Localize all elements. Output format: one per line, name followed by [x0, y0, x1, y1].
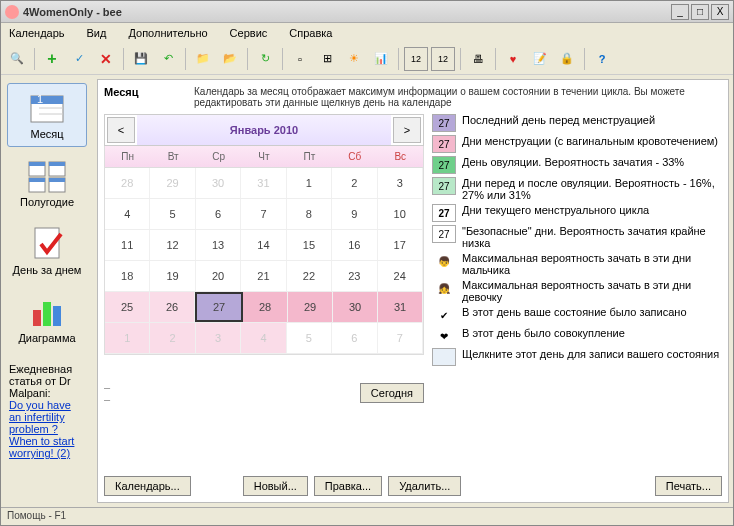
toolbar: 🔍 + ✓ ✕ 💾 ↶ 📁 📂 ↻ ▫ ⊞ ☀ 📊 12 12 🖶 ♥ 📝 🔒 … [1, 43, 733, 75]
delete-icon[interactable]: ✕ [94, 47, 118, 71]
save-icon[interactable]: 💾 [129, 47, 153, 71]
menu-service[interactable]: Сервис [226, 25, 272, 41]
day-cell[interactable]: 22 [287, 261, 332, 291]
print-button[interactable]: Печать... [655, 476, 722, 496]
day-cell[interactable]: 20 [196, 261, 241, 291]
day-cell[interactable]: 14 [241, 230, 286, 260]
sun-icon[interactable]: ☀ [342, 47, 366, 71]
sidebar: 1 Месяц Полугодие День за днем Диаграмма… [1, 75, 93, 507]
menu-calendar[interactable]: Календарь [5, 25, 69, 41]
print-icon[interactable]: 🖶 [466, 47, 490, 71]
chart-icon[interactable]: 📊 [369, 47, 393, 71]
help-icon[interactable]: ? [590, 47, 614, 71]
day-cell[interactable]: 5 [287, 323, 332, 353]
next-month-button[interactable]: > [393, 117, 421, 143]
lock-icon[interactable]: 🔒 [555, 47, 579, 71]
day-cell[interactable]: 24 [378, 261, 423, 291]
day-cell[interactable]: 27 [195, 292, 243, 322]
day-cell[interactable]: 26 [150, 292, 195, 322]
view1-icon[interactable]: ▫ [288, 47, 312, 71]
delete-button[interactable]: Удалить... [388, 476, 461, 496]
legend-text: День овуляции. Вероятность зачатия - 33% [462, 156, 722, 168]
legend-swatch [432, 348, 456, 366]
folder-open-icon[interactable]: 📂 [218, 47, 242, 71]
day-cell[interactable]: 17 [378, 230, 423, 260]
dash1: – [104, 381, 110, 393]
legend-text: Дни текущего менструального цикла [462, 204, 722, 216]
maximize-button[interactable]: □ [691, 4, 709, 20]
folder-icon[interactable]: 📁 [191, 47, 215, 71]
nav-month[interactable]: 1 Месяц [7, 83, 87, 147]
legend-swatch: 27 [432, 177, 456, 195]
svg-rect-1 [31, 96, 63, 104]
prev-month-button[interactable]: < [107, 117, 135, 143]
search-icon[interactable]: 🔍 [5, 47, 29, 71]
day-cell[interactable]: 3 [378, 168, 423, 198]
nav-daybyday[interactable]: День за днем [7, 219, 87, 283]
day-cell[interactable]: 15 [287, 230, 332, 260]
link-2[interactable]: When to start worrying! (2) [9, 435, 85, 459]
day-header: Пн [105, 146, 150, 167]
link-1[interactable]: Do you have an infertility problem ? [9, 399, 85, 435]
nav-diagram[interactable]: Диаграмма [7, 287, 87, 351]
date1-icon[interactable]: 12 [404, 47, 428, 71]
undo-icon[interactable]: ↶ [156, 47, 180, 71]
menu-view[interactable]: Вид [83, 25, 111, 41]
today-button[interactable]: Сегодня [360, 383, 424, 403]
day-cell[interactable]: 11 [105, 230, 150, 260]
nav-halfyear-label: Полугодие [10, 196, 84, 208]
day-cell[interactable]: 29 [288, 292, 333, 322]
day-cell[interactable]: 1 [105, 323, 150, 353]
legend-text: Последний день перед менструацией [462, 114, 722, 126]
menu-help[interactable]: Справка [285, 25, 336, 41]
day-cell[interactable]: 28 [243, 292, 288, 322]
day-cell[interactable]: 30 [333, 292, 378, 322]
heart-icon[interactable]: ♥ [501, 47, 525, 71]
day-cell[interactable]: 12 [150, 230, 195, 260]
day-cell[interactable]: 30 [196, 168, 241, 198]
day-cell[interactable]: 13 [196, 230, 241, 260]
window-title: 4WomenOnly - bee [23, 6, 669, 18]
edit-icon[interactable]: ✓ [67, 47, 91, 71]
panel-title: Месяц [104, 86, 184, 108]
day-cell[interactable]: 2 [332, 168, 377, 198]
legend-text: Щелкните этот день для записи вашего сос… [462, 348, 722, 360]
calendar-button[interactable]: Календарь... [104, 476, 191, 496]
refresh-icon[interactable]: ↻ [253, 47, 277, 71]
nav-halfyear[interactable]: Полугодие [7, 151, 87, 215]
date2-icon[interactable]: 12 [431, 47, 455, 71]
day-cell[interactable]: 29 [150, 168, 195, 198]
day-cell[interactable]: 21 [241, 261, 286, 291]
day-cell[interactable]: 1 [287, 168, 332, 198]
day-cell[interactable]: 2 [150, 323, 195, 353]
edit-button[interactable]: Правка... [314, 476, 382, 496]
day-cell[interactable]: 9 [332, 199, 377, 229]
day-cell[interactable]: 7 [378, 323, 423, 353]
legend-swatch: 27 [432, 114, 456, 132]
day-cell[interactable]: 16 [332, 230, 377, 260]
day-cell[interactable]: 28 [105, 168, 150, 198]
day-cell[interactable]: 10 [378, 199, 423, 229]
day-cell[interactable]: 18 [105, 261, 150, 291]
day-cell[interactable]: 6 [332, 323, 377, 353]
day-cell[interactable]: 8 [287, 199, 332, 229]
minimize-button[interactable]: _ [671, 4, 689, 20]
day-cell[interactable]: 6 [196, 199, 241, 229]
note-icon[interactable]: 📝 [528, 47, 552, 71]
day-cell[interactable]: 31 [378, 292, 423, 322]
new-button[interactable]: Новый... [243, 476, 308, 496]
svg-rect-9 [29, 162, 45, 166]
menu-extra[interactable]: Дополнительно [124, 25, 211, 41]
day-cell[interactable]: 19 [150, 261, 195, 291]
day-cell[interactable]: 25 [105, 292, 150, 322]
day-cell[interactable]: 7 [241, 199, 286, 229]
day-cell[interactable]: 5 [150, 199, 195, 229]
day-cell[interactable]: 3 [196, 323, 241, 353]
day-cell[interactable]: 23 [332, 261, 377, 291]
close-button[interactable]: X [711, 4, 729, 20]
day-cell[interactable]: 4 [105, 199, 150, 229]
day-cell[interactable]: 31 [241, 168, 286, 198]
view2-icon[interactable]: ⊞ [315, 47, 339, 71]
day-cell[interactable]: 4 [241, 323, 286, 353]
add-icon[interactable]: + [40, 47, 64, 71]
